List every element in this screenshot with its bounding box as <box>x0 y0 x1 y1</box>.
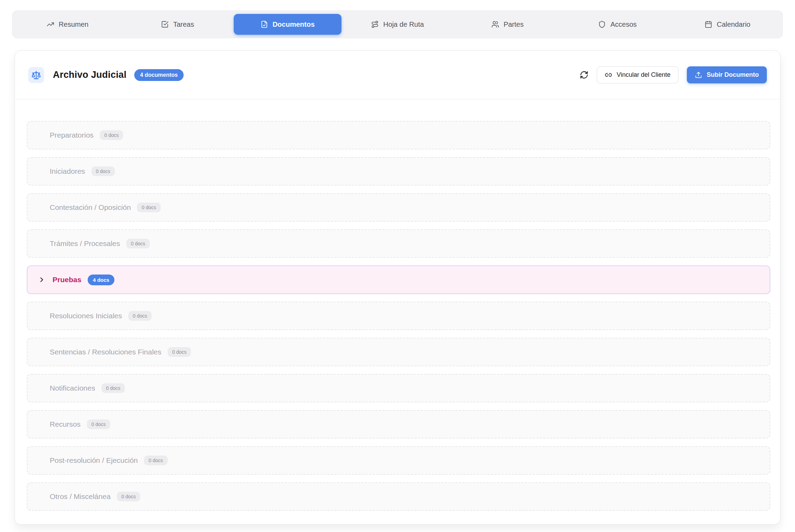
category-name: Iniciadores <box>50 167 85 175</box>
category-name: Recursos <box>50 420 81 428</box>
category-row-recursos[interactable]: Recursos 0 docs <box>27 410 770 439</box>
category-name: Contestación / Oposición <box>50 203 131 212</box>
link-client-button-label: Vincular del Cliente <box>617 71 670 79</box>
category-row-otros-miscelanea[interactable]: Otros / Miscelánea 0 docs <box>27 482 770 511</box>
tab-resumen[interactable]: Resumen <box>13 11 122 38</box>
category-row-tramites-procesales[interactable]: Trámites / Procesales 0 docs <box>27 229 770 258</box>
tab-hoja-de-ruta[interactable]: Hoja de Ruta <box>343 11 452 38</box>
category-name: Sentencias / Resoluciones Finales <box>50 348 161 356</box>
archivo-judicial-card: Archivo Judicial 4 documentos Vincular d… <box>15 50 780 525</box>
link-client-button[interactable]: Vincular del Cliente <box>597 66 678 83</box>
category-list: Preparatorios 0 docs Iniciadores 0 docs … <box>15 99 780 511</box>
category-row-resoluciones-iniciales[interactable]: Resoluciones Iniciales 0 docs <box>27 302 770 330</box>
category-doc-count-badge: 0 docs <box>126 239 150 248</box>
refresh-icon <box>580 71 588 79</box>
refresh-button[interactable] <box>580 71 588 79</box>
category-row-pruebas[interactable]: Pruebas 4 docs <box>27 265 770 294</box>
category-doc-count-badge: 0 docs <box>144 456 167 465</box>
category-name: Otros / Miscelánea <box>50 492 111 501</box>
category-doc-count-badge: 0 docs <box>128 311 152 321</box>
checkbox-icon <box>161 21 169 28</box>
tab-label: Documentos <box>273 21 315 28</box>
category-name: Post-resolución / Ejecución <box>50 456 138 465</box>
tab-label: Calendario <box>717 21 750 28</box>
tab-calendario[interactable]: Calendario <box>673 11 782 38</box>
tab-label: Resumen <box>59 21 89 28</box>
category-name: Trámites / Procesales <box>50 239 120 248</box>
document-count-badge: 4 documentos <box>134 69 184 81</box>
calendar-icon <box>705 21 712 28</box>
trending-up-icon <box>47 21 54 28</box>
tab-label: Partes <box>504 21 524 28</box>
users-icon <box>491 21 499 28</box>
upload-document-button-label: Subir Documento <box>707 71 759 79</box>
upload-document-button[interactable]: Subir Documento <box>687 66 767 83</box>
tab-label: Hoja de Ruta <box>383 21 424 28</box>
category-row-iniciadores[interactable]: Iniciadores 0 docs <box>27 157 770 186</box>
tab-label: Accesos <box>610 21 637 28</box>
scales-of-justice-icon <box>31 70 41 80</box>
category-doc-count-badge: 0 docs <box>87 419 110 429</box>
category-doc-count-badge: 0 docs <box>117 492 140 501</box>
tab-partes[interactable]: Partes <box>452 11 562 38</box>
category-doc-count-badge: 4 docs <box>88 275 115 285</box>
category-doc-count-badge: 0 docs <box>100 130 123 140</box>
shield-icon <box>598 21 606 28</box>
category-name: Resoluciones Iniciales <box>50 312 122 320</box>
category-doc-count-badge: 0 docs <box>91 166 115 176</box>
category-row-preparatorios[interactable]: Preparatorios 0 docs <box>27 121 770 149</box>
upload-icon <box>695 71 702 79</box>
category-name: Pruebas <box>53 276 81 284</box>
category-row-post-resolucion-ejecucion[interactable]: Post-resolución / Ejecución 0 docs <box>27 446 770 475</box>
route-icon <box>371 21 379 28</box>
category-name: Preparatorios <box>50 131 94 139</box>
chevron-right-icon <box>38 276 46 284</box>
category-doc-count-badge: 0 docs <box>168 347 191 357</box>
category-row-notificaciones[interactable]: Notificaciones 0 docs <box>27 374 770 402</box>
category-name: Notificaciones <box>50 384 95 392</box>
tab-label: Tareas <box>173 21 194 28</box>
header-actions: Vincular del Cliente Subir Documento <box>580 66 767 83</box>
scales-icon-box <box>28 67 44 83</box>
tab-tareas[interactable]: Tareas <box>122 11 232 38</box>
page-title: Archivo Judicial <box>53 69 127 80</box>
document-check-icon <box>260 21 268 28</box>
category-doc-count-badge: 0 docs <box>137 203 160 212</box>
category-row-contestacion-oposicion[interactable]: Contestación / Oposición 0 docs <box>27 193 770 222</box>
tab-documentos[interactable]: Documentos <box>234 14 342 35</box>
category-row-sentencias-resoluciones-finales[interactable]: Sentencias / Resoluciones Finales 0 docs <box>27 338 770 366</box>
card-header: Archivo Judicial 4 documentos Vincular d… <box>15 51 780 99</box>
category-doc-count-badge: 0 docs <box>102 383 125 393</box>
link-icon <box>605 71 612 79</box>
tab-accesos[interactable]: Accesos <box>562 11 672 38</box>
case-tab-bar: Resumen Tareas Documentos Hoja de Ruta P… <box>12 10 783 38</box>
